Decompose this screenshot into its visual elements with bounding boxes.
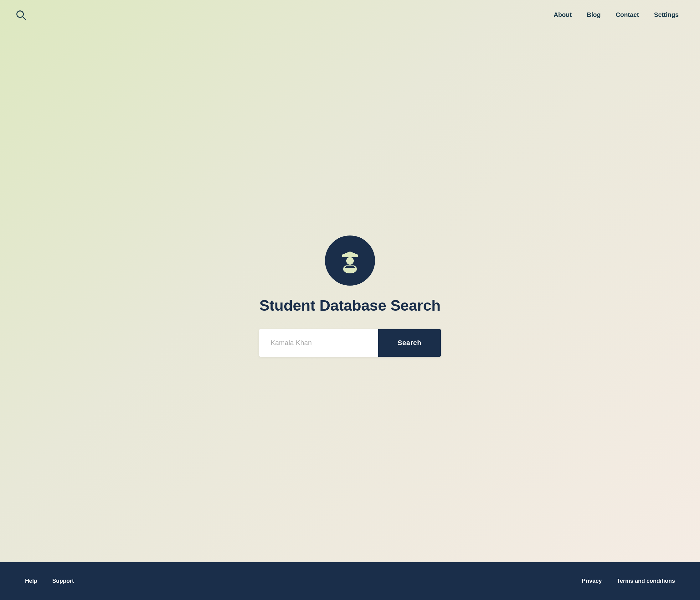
- svg-line-1: [23, 16, 26, 19]
- search-button[interactable]: Search: [378, 329, 441, 357]
- footer-link-terms[interactable]: Terms and conditions: [610, 575, 681, 587]
- footer-link-help[interactable]: Help: [19, 575, 44, 587]
- hero-section: Student Database Search Search: [0, 30, 700, 562]
- footer-link-support[interactable]: Support: [46, 575, 80, 587]
- svg-point-4: [346, 257, 354, 265]
- main-nav: About Blog Contact Settings: [547, 9, 685, 21]
- search-input[interactable]: [259, 329, 378, 357]
- nav-item-contact[interactable]: Contact: [609, 9, 645, 21]
- footer-right-links: Privacy Terms and conditions: [575, 575, 681, 587]
- svg-rect-7: [346, 266, 354, 267]
- page-title: Student Database Search: [259, 297, 441, 314]
- nav-item-settings[interactable]: Settings: [648, 9, 685, 21]
- footer-left-links: Help Support: [19, 575, 80, 587]
- student-icon-circle: [325, 236, 375, 286]
- header: About Blog Contact Settings: [0, 0, 700, 30]
- footer-link-privacy[interactable]: Privacy: [575, 575, 608, 587]
- nav-item-blog[interactable]: Blog: [580, 9, 607, 21]
- svg-rect-6: [345, 267, 355, 268]
- footer: Help Support Privacy Terms and condition…: [0, 562, 700, 600]
- graduate-icon: [336, 246, 364, 274]
- search-bar: Search: [259, 329, 441, 357]
- search-icon[interactable]: [15, 9, 27, 21]
- nav-item-about[interactable]: About: [547, 9, 578, 21]
